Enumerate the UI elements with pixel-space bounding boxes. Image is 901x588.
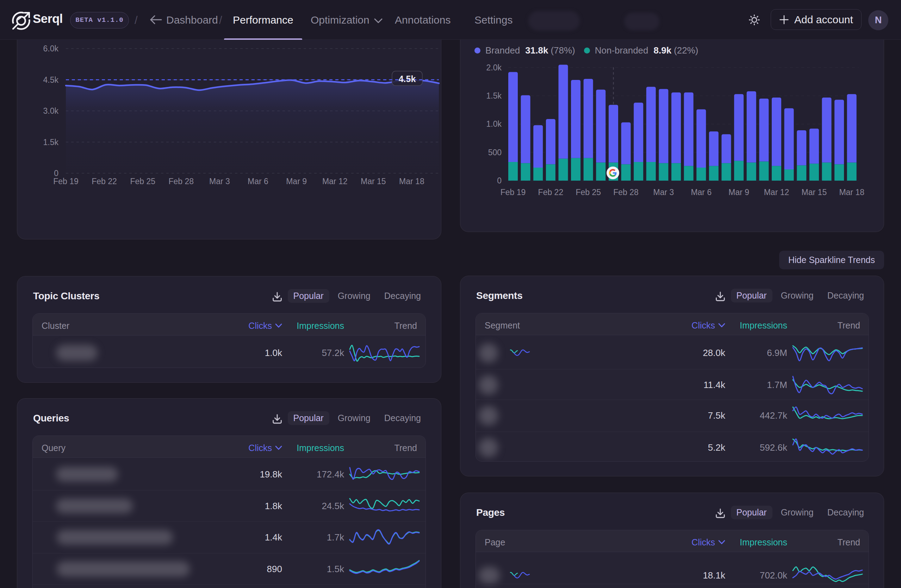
svg-text:Mar 9: Mar 9 [286, 177, 307, 186]
svg-text:0: 0 [497, 176, 502, 185]
svg-text:Feb 22: Feb 22 [538, 188, 564, 197]
svg-text:1.0k: 1.0k [486, 119, 502, 129]
svg-text:2.0k: 2.0k [486, 63, 502, 72]
svg-text:Mar 18: Mar 18 [399, 177, 424, 186]
svg-text:4.5k: 4.5k [43, 75, 59, 84]
svg-text:3.0k: 3.0k [43, 106, 59, 115]
svg-text:Mar 12: Mar 12 [764, 188, 789, 197]
svg-text:Mar 3: Mar 3 [209, 177, 230, 186]
svg-text:4.5k: 4.5k [399, 74, 416, 84]
svg-text:Feb 19: Feb 19 [53, 177, 78, 186]
svg-text:Mar 15: Mar 15 [361, 177, 386, 186]
svg-text:6.0k: 6.0k [43, 44, 59, 53]
svg-text:Mar 6: Mar 6 [248, 177, 268, 186]
svg-text:1.5k: 1.5k [43, 138, 59, 147]
svg-text:Feb 28: Feb 28 [613, 188, 639, 197]
svg-text:Mar 12: Mar 12 [322, 177, 348, 186]
svg-text:Feb 28: Feb 28 [168, 177, 194, 186]
svg-text:Mar 18: Mar 18 [839, 188, 864, 197]
svg-text:500: 500 [488, 148, 502, 157]
svg-text:Feb 25: Feb 25 [130, 177, 155, 186]
svg-text:Feb 25: Feb 25 [575, 188, 601, 197]
svg-text:Mar 6: Mar 6 [691, 188, 711, 197]
svg-text:Mar 9: Mar 9 [728, 188, 749, 197]
svg-text:Feb 19: Feb 19 [500, 188, 526, 197]
svg-text:Feb 22: Feb 22 [92, 177, 117, 186]
svg-text:Mar 15: Mar 15 [802, 188, 827, 197]
svg-text:Mar 3: Mar 3 [653, 188, 674, 197]
svg-text:1.5k: 1.5k [486, 91, 502, 100]
